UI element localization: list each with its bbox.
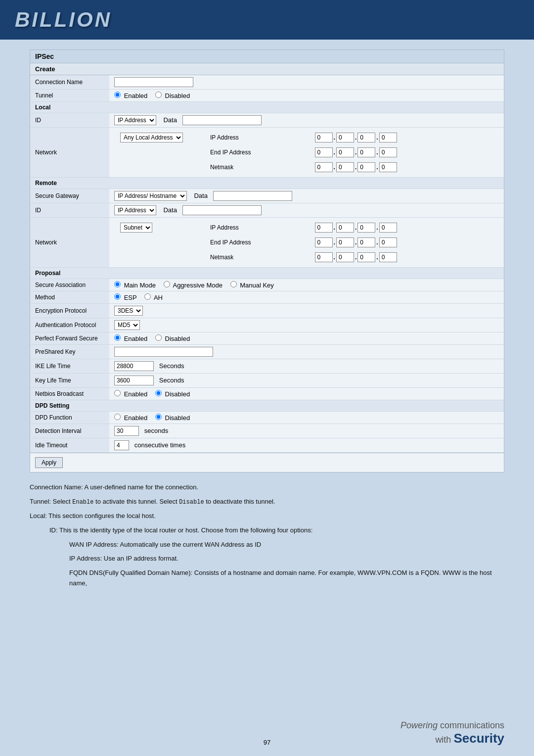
key-life-input[interactable]	[114, 376, 154, 385]
local-netmask-1[interactable]	[315, 162, 333, 172]
tunnel-disabled-radio[interactable]	[155, 92, 162, 98]
remote-id-data-label: Data	[163, 206, 177, 214]
local-network-select-row: Any Local Address IP Address .	[115, 131, 498, 144]
desc-fqdn-p: FQDN DNS(Fully Qualified Domain Name): C…	[69, 568, 504, 589]
remote-ip-1[interactable]	[315, 223, 333, 233]
idle-timeout-input[interactable]	[114, 440, 129, 450]
remote-ip-3[interactable]	[357, 223, 375, 233]
local-id-type-select[interactable]: IP Address	[114, 115, 156, 125]
remote-end-ip-group: . . .	[315, 237, 493, 247]
local-end-ip-1[interactable]	[315, 147, 333, 157]
remote-id-select[interactable]: IP Address	[114, 205, 156, 215]
local-ip-1[interactable]	[315, 133, 333, 142]
dpd-setting-header-row: DPD Setting	[30, 400, 504, 412]
desc-local-text: Local: This section configures the local…	[30, 512, 156, 520]
method-esp-label: ESP	[114, 294, 138, 301]
pfs-enabled-radio[interactable]	[114, 334, 121, 341]
pfs-enabled-text: Enabled	[124, 335, 148, 342]
remote-netmask-dot-2: .	[355, 254, 356, 261]
pfs-label: Perfect Forward Secure	[30, 332, 109, 345]
sa-manual-radio[interactable]	[230, 281, 237, 287]
dpd-disabled-radio[interactable]	[155, 414, 162, 420]
secure-gateway-select[interactable]: IP Address/ Hostname	[114, 191, 187, 201]
method-esp-radio[interactable]	[114, 293, 121, 300]
netbios-enabled-radio[interactable]	[114, 390, 121, 396]
dpd-disabled-label: Disabled	[155, 414, 190, 422]
local-header-row: Local	[30, 102, 504, 113]
remote-netmask-2[interactable]	[336, 252, 354, 262]
page-wrapper: BILLION IPSec Create Connection Name Tun…	[0, 0, 534, 756]
desc-ip-text: IP Address: Use an IP address format.	[69, 555, 178, 562]
pfs-disabled-radio[interactable]	[155, 334, 162, 341]
secure-gateway-cell: IP Address/ Hostname Data	[109, 189, 504, 203]
netbios-disabled-radio[interactable]	[155, 390, 162, 396]
remote-end-ip-1[interactable]	[315, 237, 333, 247]
local-ip-2[interactable]	[336, 133, 354, 142]
remote-netmask-1[interactable]	[315, 252, 333, 262]
local-ip-4[interactable]	[379, 133, 397, 142]
remote-network-select-cell: Subnet	[115, 221, 204, 235]
remote-network-sub-table: Subnet IP Address .	[114, 220, 499, 265]
dpd-enabled-radio[interactable]	[114, 414, 121, 420]
sa-main-text: Main Mode	[124, 282, 156, 289]
tunnel-enabled-radio[interactable]	[114, 92, 121, 98]
remote-ip-2[interactable]	[336, 223, 354, 233]
sa-label: Secure Association	[30, 279, 109, 291]
method-row: Method ESP AH	[30, 291, 504, 304]
auth-protocol-label: Authentication Protocol	[30, 318, 109, 332]
local-id-data-input[interactable]	[182, 115, 262, 125]
desc-wan-p: WAN IP Address: Automatically use the cu…	[69, 540, 504, 550]
local-end-ip-3[interactable]	[357, 147, 375, 157]
local-end-ip-4[interactable]	[379, 147, 397, 157]
remote-ip-cell: . . .	[310, 221, 498, 235]
auth-protocol-select[interactable]: MD5	[114, 320, 140, 330]
detection-interval-label: Detection Interval	[30, 424, 109, 438]
local-end-dot-2: .	[355, 149, 356, 156]
dpd-enabled-label: Enabled	[114, 414, 149, 422]
local-end-ip-label-cell: End IP Address	[205, 145, 309, 159]
remote-end-ip-4[interactable]	[379, 237, 397, 247]
sa-row: Secure Association Main Mode Aggressive …	[30, 279, 504, 291]
remote-netmask-3[interactable]	[357, 252, 375, 262]
ike-life-input[interactable]	[114, 361, 154, 371]
method-ah-radio[interactable]	[144, 293, 151, 300]
desc-tunnel-p: Tunnel: Select Enable to activate this t…	[30, 497, 504, 507]
remote-netmask-4[interactable]	[379, 252, 397, 262]
secure-gateway-data-label: Data	[194, 192, 207, 199]
local-netmask-2[interactable]	[336, 162, 354, 172]
preshared-key-input[interactable]	[114, 347, 213, 357]
apply-button[interactable]: Apply	[35, 457, 63, 468]
dpd-disabled-text: Disabled	[165, 414, 190, 422]
remote-netmask-label-cell: Netmask	[205, 250, 309, 264]
sa-main-radio[interactable]	[114, 281, 121, 287]
key-life-row: Key Life Time Seconds	[30, 374, 504, 388]
netbios-label: Netbios Broadcast	[30, 388, 109, 400]
local-network-type-select[interactable]: Any Local Address	[120, 133, 183, 142]
sa-aggressive-radio[interactable]	[164, 281, 170, 287]
remote-label: Remote	[30, 178, 504, 189]
remote-netmask-cell: . . .	[310, 250, 498, 264]
local-netmask-3[interactable]	[357, 162, 375, 172]
connection-name-label: Connection Name	[30, 75, 109, 90]
enc-protocol-select[interactable]: 3DES	[114, 306, 143, 316]
local-end-ip-2[interactable]	[336, 147, 354, 157]
remote-id-input[interactable]	[182, 205, 262, 215]
remote-ip-4[interactable]	[379, 223, 397, 233]
sa-main-label: Main Mode	[114, 282, 158, 289]
remote-end-ip-label-cell: End IP Address	[205, 236, 309, 249]
powering-line1: Powering communications	[400, 720, 504, 730]
form-table: Connection Name Tunnel Enabled Disabled	[30, 75, 504, 453]
secure-gateway-input[interactable]	[213, 191, 292, 201]
enc-protocol-row: Encryption Protocol 3DES	[30, 304, 504, 318]
local-ip-3[interactable]	[357, 133, 375, 142]
remote-network-type-select[interactable]: Subnet	[120, 223, 152, 233]
remote-end-ip-2[interactable]	[336, 237, 354, 247]
pfs-row: Perfect Forward Secure Enabled Disabled	[30, 332, 504, 345]
remote-end-ip-3[interactable]	[357, 237, 375, 247]
detection-interval-input[interactable]	[114, 426, 139, 436]
local-label: Local	[30, 102, 504, 113]
local-netmask-4[interactable]	[379, 162, 397, 172]
connection-name-input[interactable]	[114, 77, 193, 87]
idle-timeout-row: Idle Timeout consecutive times	[30, 438, 504, 453]
proposal-label: Proposal	[30, 268, 504, 279]
